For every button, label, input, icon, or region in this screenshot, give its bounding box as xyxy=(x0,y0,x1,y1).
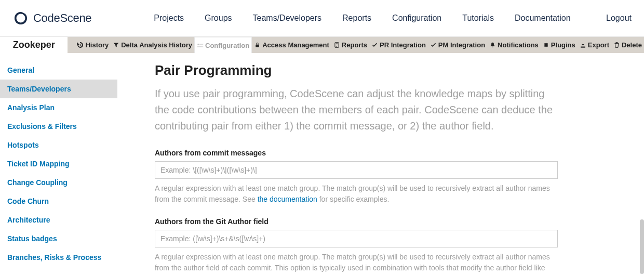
sidebar-item-general[interactable]: General xyxy=(0,61,117,80)
tab-delta-analysis-history[interactable]: Delta Analysis History xyxy=(111,37,194,53)
tab-label: Access Management xyxy=(262,41,329,49)
tab-label: PM Integration xyxy=(438,41,485,49)
field2-label: Authors from the Git Author field xyxy=(155,217,558,226)
nav-projects[interactable]: Projects xyxy=(154,14,184,23)
tab-label: Reports xyxy=(342,41,367,49)
sliders-icon xyxy=(197,42,204,49)
sidebar-item-exclusions-filters[interactable]: Exclusions & Filters xyxy=(0,117,117,136)
document-icon xyxy=(333,42,340,48)
nav-configuration[interactable]: Configuration xyxy=(392,14,441,23)
tab-access-management[interactable]: Access Management xyxy=(252,37,331,53)
authors-commit-messages-input[interactable] xyxy=(155,161,558,179)
nav-logout[interactable]: Logout xyxy=(606,14,632,23)
svg-rect-3 xyxy=(256,45,259,47)
sidebar-item-hotspots[interactable]: Hotspots xyxy=(0,136,117,154)
scrollbar-thumb[interactable] xyxy=(640,219,644,274)
sidebar-item-analysis-plan[interactable]: Analysis Plan xyxy=(0,98,117,117)
page-title: Pair Programming xyxy=(155,62,558,79)
config-sidebar: General Teams/Developers Analysis Plan E… xyxy=(0,53,117,274)
trash-icon xyxy=(613,42,620,48)
tab-label: Export xyxy=(588,41,609,49)
authors-git-author-input[interactable] xyxy=(155,230,558,247)
field1-doc-link[interactable]: the documentation xyxy=(258,195,317,203)
project-tabs: History Delta Analysis History Configura… xyxy=(75,37,644,53)
tab-label: Plugins xyxy=(551,41,575,49)
puzzle-icon xyxy=(543,42,549,48)
bell-icon xyxy=(489,42,496,48)
field1-label: Authors from commit messages xyxy=(155,149,558,157)
tab-label: Delete xyxy=(622,41,642,49)
tab-notifications[interactable]: Notifications xyxy=(487,37,541,53)
sidebar-item-change-coupling[interactable]: Change Coupling xyxy=(0,173,117,192)
svg-point-1 xyxy=(198,44,199,45)
project-subheader: Zookeper History Delta Analysis History … xyxy=(0,37,644,53)
sidebar-item-code-churn[interactable]: Code Churn xyxy=(0,192,117,211)
tab-label: Notifications xyxy=(498,41,539,49)
tab-delete[interactable]: Delete xyxy=(611,37,644,53)
tab-label: Delta Analysis History xyxy=(121,41,192,49)
tab-pm-integration[interactable]: PM Integration xyxy=(428,37,487,53)
filter-icon xyxy=(113,42,119,48)
brand-logo[interactable]: CodeScene xyxy=(12,10,91,27)
tab-export[interactable]: Export xyxy=(578,37,611,53)
sidebar-item-teams-developers[interactable]: Teams/Developers xyxy=(0,80,117,98)
top-header: CodeScene Projects Groups Teams/Develope… xyxy=(0,0,644,37)
sidebar-item-ticket-id-mapping[interactable]: Ticket ID Mapping xyxy=(0,154,117,173)
sidebar-item-status-badges[interactable]: Status badges xyxy=(0,229,117,248)
tab-plugins[interactable]: Plugins xyxy=(541,37,578,53)
tab-history[interactable]: History xyxy=(75,37,111,53)
nav-groups[interactable]: Groups xyxy=(205,14,232,23)
nav-teams-developers[interactable]: Teams/Developers xyxy=(253,14,322,23)
download-icon xyxy=(580,42,586,48)
tab-configuration[interactable]: Configuration xyxy=(194,37,252,53)
sidebar-item-architecture[interactable]: Architecture xyxy=(0,211,117,229)
field2-help: A regular expression with at least one m… xyxy=(155,252,558,274)
tab-label: Configuration xyxy=(205,42,249,49)
nav-documentation[interactable]: Documentation xyxy=(515,14,571,23)
page-intro: If you use pair programming, CodeScene c… xyxy=(155,86,558,134)
main-content: Pair Programming If you use pair program… xyxy=(117,53,595,274)
svg-point-0 xyxy=(16,13,26,23)
nav-tutorials[interactable]: Tutorials xyxy=(462,14,494,23)
tab-reports[interactable]: Reports xyxy=(331,37,369,53)
svg-point-2 xyxy=(202,46,203,47)
history-icon xyxy=(77,42,84,48)
brand-name: CodeScene xyxy=(33,11,91,25)
field1-help: A regular expression with at least one m… xyxy=(155,183,558,205)
project-title: Zookeper xyxy=(0,37,68,53)
nav-reports[interactable]: Reports xyxy=(342,14,371,23)
check-icon xyxy=(371,42,378,48)
top-nav: Projects Groups Teams/Developers Reports… xyxy=(154,14,606,23)
tab-label: History xyxy=(85,41,109,49)
tab-label: PR Integration xyxy=(380,41,426,49)
lock-icon xyxy=(254,42,261,48)
logo-icon xyxy=(12,10,29,27)
check-icon xyxy=(430,42,437,48)
sidebar-item-branches-risks-process[interactable]: Branches, Risks & Process xyxy=(0,248,117,267)
tab-pr-integration[interactable]: PR Integration xyxy=(369,37,428,53)
